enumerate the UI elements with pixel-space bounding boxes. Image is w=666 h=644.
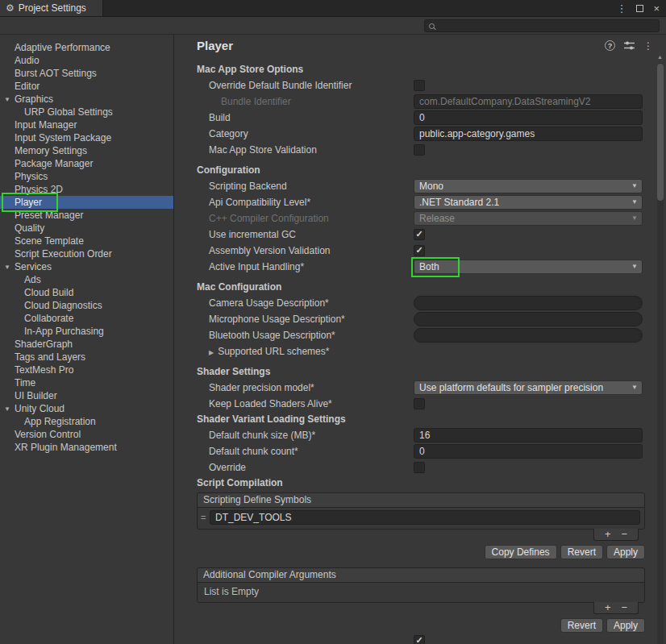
keep-loaded-shaders-alive-checkbox[interactable]	[414, 398, 425, 409]
bundle-identifier-field[interactable]	[414, 94, 643, 109]
shader-precision-model-dropdown[interactable]: Use platform defaults for sampler precis…	[414, 380, 643, 395]
close-icon[interactable]: ×	[653, 3, 660, 14]
microphone-usage-description-field[interactable]	[414, 312, 643, 326]
search-box[interactable]	[424, 19, 660, 32]
assembly-version-validation-checkbox[interactable]: ✓	[414, 245, 425, 256]
item-label: Audio	[15, 55, 40, 66]
camera-usage-description-field[interactable]	[414, 296, 643, 310]
override-bundle-identifier-checkbox[interactable]	[414, 80, 425, 91]
sidebar-item-quality[interactable]: Quality	[0, 222, 173, 235]
sidebar-item-player[interactable]: Player	[0, 196, 173, 209]
sidebar-item-version-control[interactable]: Version Control	[0, 428, 173, 441]
partial-checkbox[interactable]: ✓	[414, 635, 425, 644]
scroll-up-icon[interactable]: ▲	[657, 54, 663, 60]
sidebar-item-scene-template[interactable]: Scene Template	[0, 235, 173, 247]
sidebar-item-tags-and-layers[interactable]: Tags and Layers	[0, 351, 173, 364]
sidebar-item-ui-builder[interactable]: UI Builder	[0, 389, 173, 402]
maximize-icon[interactable]	[636, 5, 643, 12]
apply-button[interactable]: Apply	[606, 545, 645, 559]
sidebar-item-cloud-diagnostics[interactable]: Cloud Diagnostics	[0, 299, 173, 312]
copy-defines-button[interactable]: Copy Defines	[485, 545, 557, 559]
remove-define-button[interactable]: −	[621, 530, 627, 539]
scrollbar-thumb[interactable]	[657, 64, 664, 201]
sidebar-item-ads[interactable]: Ads	[0, 273, 173, 286]
category-field[interactable]	[414, 127, 643, 141]
dropdown-value: Both	[419, 261, 439, 272]
build-field[interactable]	[414, 110, 643, 125]
sidebar-item-package-manager[interactable]: Package Manager	[0, 157, 173, 170]
use-incremental-gc-checkbox[interactable]: ✓	[414, 229, 425, 240]
remove-argument-button[interactable]: −	[621, 603, 627, 613]
search-input[interactable]	[439, 21, 655, 31]
define-symbol-field[interactable]	[210, 510, 640, 525]
active-input-handling-dropdown[interactable]: Both ▼	[414, 260, 643, 274]
setting-row: Api Compatibility Level* .NET Standard 2…	[197, 194, 666, 210]
item-label: Script Execution Order	[15, 248, 112, 260]
sidebar-item-adaptive-performance[interactable]: Adaptive Performance	[0, 41, 173, 54]
default-chunk-size-field[interactable]	[414, 428, 643, 442]
revert-button[interactable]: Revert	[560, 545, 603, 559]
setting-row: Assembly Version Validation ✓	[197, 243, 666, 259]
add-argument-button[interactable]: +	[605, 603, 611, 613]
setting-label: Supported URL schemes*	[218, 346, 329, 357]
item-label: Cloud Diagnostics	[24, 300, 102, 311]
sidebar-item-preset-manager[interactable]: Preset Manager	[0, 209, 173, 222]
checkmark-icon: ✓	[415, 246, 422, 255]
sidebar-item-in-app-purchasing[interactable]: In-App Purchasing	[0, 325, 173, 338]
sidebar-item-time[interactable]: Time	[0, 376, 173, 389]
scripting-backend-dropdown[interactable]: Mono ▼	[414, 179, 643, 193]
additional-compiler-arguments-list: Additional Compiler Arguments List is Em…	[197, 567, 645, 603]
tab-project-settings[interactable]: ⚙ Project Settings	[0, 0, 103, 16]
revert-button[interactable]: Revert	[560, 618, 603, 633]
window-menu-icon[interactable]: ⋮	[616, 3, 626, 14]
sidebar-item-script-execution-order[interactable]: Script Execution Order	[0, 247, 173, 260]
define-symbols-buttons: Copy Defines Revert Apply	[197, 545, 645, 559]
setting-row: ▶Supported URL schemes*	[197, 343, 666, 359]
preset-icon[interactable]	[624, 41, 635, 50]
apply-button[interactable]: Apply	[606, 618, 645, 633]
add-define-button[interactable]: +	[605, 530, 611, 539]
sidebar-item-app-registration[interactable]: App Registration	[0, 415, 173, 428]
setting-label: Active Input Handling*	[197, 261, 414, 272]
sidebar-item-urp-global-settings[interactable]: URP Global Settings	[0, 106, 173, 118]
sidebar-item-cloud-build[interactable]: Cloud Build	[0, 286, 173, 299]
tab-label: Project Settings	[19, 2, 86, 14]
sidebar-item-shadergraph[interactable]: ShaderGraph	[0, 338, 173, 351]
foldout-closed-icon[interactable]: ▶	[209, 349, 214, 356]
sidebar-item-textmesh-pro[interactable]: TextMesh Pro	[0, 364, 173, 376]
sidebar-item-physics[interactable]: Physics	[0, 170, 173, 183]
drag-handle-icon[interactable]: =	[201, 513, 206, 522]
sidebar-item-input-system-package[interactable]: Input System Package	[0, 131, 173, 144]
sidebar-item-physics-2d[interactable]: Physics 2D	[0, 183, 173, 196]
foldout-open-icon[interactable]: ▼	[4, 93, 10, 106]
vertical-scrollbar[interactable]: ▲	[656, 52, 665, 644]
sidebar-item-unity-cloud[interactable]: ▼Unity Cloud	[0, 402, 173, 415]
list-footer: + −	[197, 602, 645, 614]
sidebar-item-xr-plugin-management[interactable]: XR Plugin Management	[0, 441, 173, 454]
sidebar-item-audio[interactable]: Audio	[0, 54, 173, 67]
sidebar-item-memory-settings[interactable]: Memory Settings	[0, 144, 173, 157]
section-header-script-compilation: Script Compilation	[197, 476, 666, 491]
foldout-open-icon[interactable]: ▼	[4, 261, 10, 274]
setting-label: Override Default Bundle Identifier	[197, 80, 414, 91]
sidebar-item-editor[interactable]: Editor	[0, 80, 173, 93]
mac-app-store-validation-checkbox[interactable]	[414, 144, 425, 156]
sidebar-item-services[interactable]: ▼Services	[0, 260, 173, 273]
foldout-supported-url-schemes[interactable]: ▶Supported URL schemes*	[197, 346, 414, 357]
foldout-open-icon[interactable]: ▼	[4, 403, 10, 416]
sidebar-item-burst-aot-settings[interactable]: Burst AOT Settings	[0, 67, 173, 80]
sidebar-item-graphics[interactable]: ▼Graphics	[0, 93, 173, 106]
context-menu-icon[interactable]: ⋮	[643, 41, 653, 51]
sidebar-item-input-manager[interactable]: Input Manager	[0, 118, 173, 131]
item-label: Adaptive Performance	[15, 42, 110, 53]
setting-label: Category	[197, 128, 414, 139]
api-compatibility-dropdown[interactable]: .NET Standard 2.1 ▼	[414, 195, 643, 210]
help-icon[interactable]: ?	[605, 40, 615, 51]
default-chunk-count-field[interactable]	[414, 444, 643, 459]
scrollbar-track[interactable]	[657, 63, 664, 644]
override-checkbox[interactable]	[414, 462, 425, 473]
section-header-configuration: Configuration	[197, 163, 666, 178]
bluetooth-usage-description-field[interactable]	[414, 328, 643, 343]
project-settings-window: ⚙ Project Settings ⋮ × Adaptive Performa…	[0, 0, 666, 644]
sidebar-item-collaborate[interactable]: Collaborate	[0, 312, 173, 325]
